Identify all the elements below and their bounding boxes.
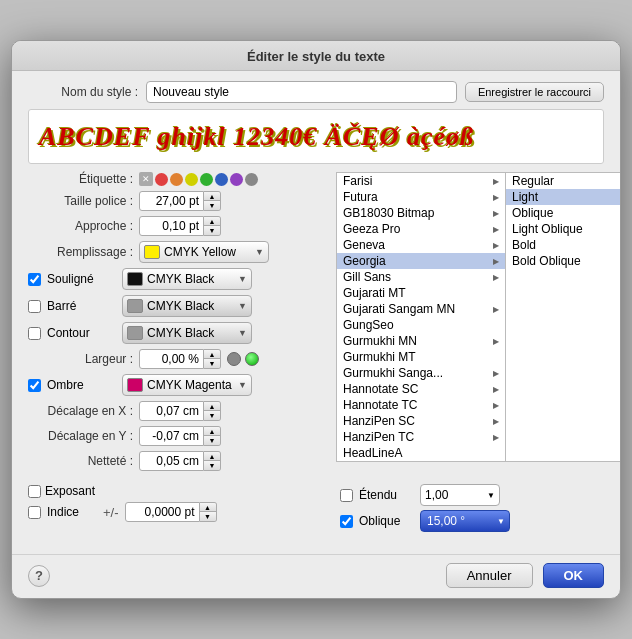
font-list-item[interactable]: Futura▶: [337, 189, 505, 205]
indice-input[interactable]: [125, 502, 200, 522]
annuler-button[interactable]: Annuler: [446, 563, 533, 588]
largeur-down[interactable]: ▼: [204, 359, 220, 368]
etendu-checkbox[interactable]: [340, 489, 353, 502]
nettete-input[interactable]: [139, 451, 204, 471]
font-list-item[interactable]: HeadLineA: [337, 445, 505, 461]
decalage-y-input[interactable]: [139, 426, 204, 446]
font-style-item[interactable]: Light: [506, 189, 621, 205]
enregistrer-button[interactable]: Enregistrer le raccourci: [465, 82, 604, 102]
taille-police-spinner: ▲ ▼: [204, 191, 221, 211]
oblique-checkbox[interactable]: [340, 515, 353, 528]
ombre-swatch: [127, 378, 143, 392]
decalage-x-input[interactable]: [139, 401, 204, 421]
barre-color-dropdown[interactable]: CMYK Black ▼: [122, 295, 252, 317]
contour-row: Contour CMYK Black ▼: [28, 322, 328, 344]
largeur-up[interactable]: ▲: [204, 350, 220, 359]
remplissage-dropdown[interactable]: CMYK Yellow ▼: [139, 241, 269, 263]
nettete-spinbox: ▲ ▼: [139, 451, 221, 471]
tag-orange[interactable]: [170, 173, 183, 186]
taille-police-up[interactable]: ▲: [204, 192, 220, 201]
font-style-item[interactable]: Regular: [506, 173, 621, 189]
font-list-item[interactable]: GungSeo: [337, 317, 505, 333]
nom-du-style-input[interactable]: [146, 81, 457, 103]
contour-label: Contour: [47, 326, 122, 340]
oblique-select[interactable]: 15,00 °: [420, 510, 510, 532]
largeur-icon1[interactable]: [227, 352, 241, 366]
nettete-down[interactable]: ▼: [204, 461, 220, 470]
ombre-color-dropdown[interactable]: CMYK Magenta ▼: [122, 374, 252, 396]
taille-police-down[interactable]: ▼: [204, 201, 220, 210]
nettete-spinner: ▲ ▼: [204, 451, 221, 471]
font-list-item[interactable]: Geneva▶: [337, 237, 505, 253]
approche-down[interactable]: ▼: [204, 226, 220, 235]
approche-input[interactable]: [139, 216, 204, 236]
souligne-color-dropdown[interactable]: CMYK Black ▼: [122, 268, 252, 290]
tag-yellow[interactable]: [185, 173, 198, 186]
font-list-item[interactable]: HanziPen SC▶: [337, 413, 505, 429]
indice-label: Indice: [47, 505, 97, 519]
font-style-list[interactable]: RegularLightObliqueLight ObliqueBoldBold…: [506, 172, 621, 462]
decalage-y-up[interactable]: ▲: [204, 427, 220, 436]
ok-button[interactable]: OK: [543, 563, 605, 588]
font-list-item[interactable]: Gurmukhi MN▶: [337, 333, 505, 349]
font-style-item[interactable]: Bold: [506, 237, 621, 253]
nettete-row: Netteté : ▲ ▼: [28, 451, 328, 471]
decalage-y-row: Décalage en Y : ▲ ▼: [28, 426, 328, 446]
ombre-label: Ombre: [47, 378, 122, 392]
nettete-up[interactable]: ▲: [204, 452, 220, 461]
exposant-checkbox[interactable]: [28, 485, 41, 498]
indice-up[interactable]: ▲: [200, 503, 216, 512]
font-style-item[interactable]: Light Oblique: [506, 221, 621, 237]
remplissage-swatch: [144, 245, 160, 259]
souligne-checkbox[interactable]: [28, 273, 41, 286]
font-list-item[interactable]: HanziPen TC▶: [337, 429, 505, 445]
font-list-item[interactable]: Gujarati MT: [337, 285, 505, 301]
font-list-item[interactable]: Hannotate SC▶: [337, 381, 505, 397]
etiquette-label: Étiquette :: [28, 172, 133, 186]
largeur-icon2[interactable]: [245, 352, 259, 366]
exposant-row: Exposant: [28, 484, 328, 498]
contour-color-dropdown[interactable]: CMYK Black ▼: [122, 322, 252, 344]
font-list-item[interactable]: Gujarati Sangam MN▶: [337, 301, 505, 317]
taille-police-row: Taille police : ▲ ▼: [28, 191, 328, 211]
tag-purple[interactable]: [230, 173, 243, 186]
indice-checkbox[interactable]: [28, 506, 41, 519]
decalage-x-down[interactable]: ▼: [204, 411, 220, 420]
indice-down[interactable]: ▼: [200, 512, 216, 521]
tag-gray[interactable]: [245, 173, 258, 186]
left-panel: Étiquette : ✕ Taille police :: [28, 172, 328, 476]
font-list-item[interactable]: Gurmukhi Sanga...▶: [337, 365, 505, 381]
largeur-spinbox: ▲ ▼: [139, 349, 221, 369]
decalage-x-up[interactable]: ▲: [204, 402, 220, 411]
decalage-y-label: Décalage en Y :: [28, 429, 133, 443]
font-list-item[interactable]: Hannotate TC▶: [337, 397, 505, 413]
preview-text: ABCDEF ghijkl 12340€ ÄČĘØ àçéøß: [39, 122, 474, 152]
approche-up[interactable]: ▲: [204, 217, 220, 226]
font-style-item[interactable]: Bold Oblique: [506, 253, 621, 269]
contour-checkbox[interactable]: [28, 327, 41, 340]
font-list-item[interactable]: GB18030 Bitmap▶: [337, 205, 505, 221]
font-panel: Farisi▶Futura▶GB18030 Bitmap▶Geeza Pro▶G…: [336, 172, 621, 476]
font-list-item[interactable]: Farisi▶: [337, 173, 505, 189]
font-list-item[interactable]: Georgia▶: [337, 253, 505, 269]
barre-row: Barré CMYK Black ▼: [28, 295, 328, 317]
etendu-select[interactable]: 1,00: [420, 484, 500, 506]
help-button[interactable]: ?: [28, 565, 50, 587]
ombre-arrow: ▼: [238, 380, 247, 390]
decalage-y-down[interactable]: ▼: [204, 436, 220, 445]
ombre-checkbox[interactable]: [28, 379, 41, 392]
contour-arrow: ▼: [238, 328, 247, 338]
font-list-item[interactable]: Heiti SC▶: [337, 461, 505, 462]
tag-red[interactable]: [155, 173, 168, 186]
tag-green[interactable]: [200, 173, 213, 186]
barre-checkbox[interactable]: [28, 300, 41, 313]
font-list-item[interactable]: Gurmukhi MT: [337, 349, 505, 365]
tag-blue[interactable]: [215, 173, 228, 186]
font-style-item[interactable]: Oblique: [506, 205, 621, 221]
font-list-item[interactable]: Geeza Pro▶: [337, 221, 505, 237]
taille-police-input[interactable]: [139, 191, 204, 211]
largeur-input[interactable]: [139, 349, 204, 369]
font-list-item[interactable]: Gill Sans▶: [337, 269, 505, 285]
font-list[interactable]: Farisi▶Futura▶GB18030 Bitmap▶Geeza Pro▶G…: [336, 172, 506, 462]
tag-x-btn[interactable]: ✕: [139, 172, 153, 186]
